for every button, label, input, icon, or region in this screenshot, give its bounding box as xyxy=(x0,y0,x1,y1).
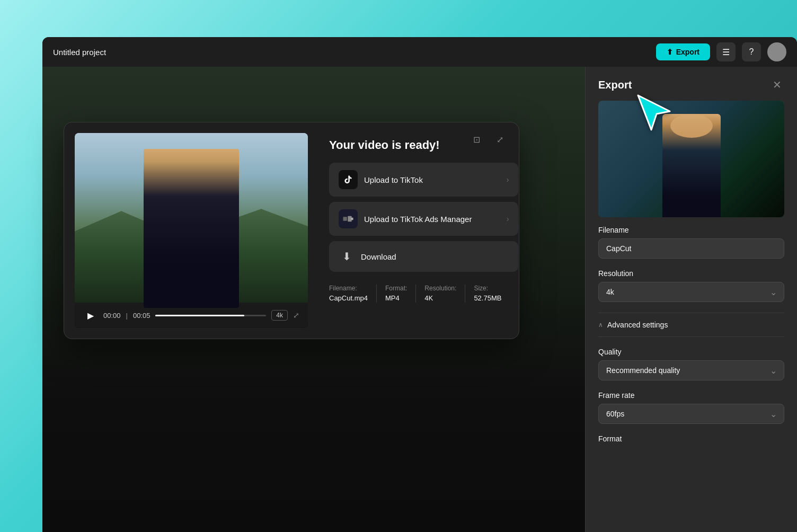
meta-filename: Filename: CapCut.mp4 xyxy=(329,285,377,303)
modal-fullscreen-button[interactable]: ⤢ xyxy=(491,131,508,148)
download-icon: ⬇ xyxy=(339,249,355,264)
export-panel-body: Filename Resolution 4k 1080p 720p ∧ Adva… xyxy=(586,226,797,443)
framerate-label: Frame rate xyxy=(598,391,784,400)
app-window: Untitled project ⬆ Export ☰ ? Export xyxy=(42,37,797,532)
quality-select[interactable]: Recommended quality High quality Balance… xyxy=(598,360,784,380)
time-separator: | xyxy=(126,312,128,320)
advanced-settings-label: Advanced settings xyxy=(607,321,668,329)
upload-ads-button[interactable]: Upload to TikTok Ads Manager › xyxy=(329,202,518,236)
fullscreen-icon: ⤢ xyxy=(497,135,503,145)
video-player[interactable]: ▶ 00:00 | 00:05 4k ⤢ xyxy=(75,133,308,328)
fullscreen-button[interactable]: ⤢ xyxy=(293,311,299,320)
resolution-select-wrapper: 4k 1080p 720p xyxy=(598,282,784,302)
thumbnail-head xyxy=(670,114,713,138)
quality-label: Quality xyxy=(598,348,784,356)
help-button[interactable]: ? xyxy=(742,42,761,61)
meta-size-label: Size: xyxy=(474,285,501,292)
modal-top-icons: ⊡ ⤢ xyxy=(468,131,508,148)
export-panel: Export ✕ Filename xyxy=(585,67,797,532)
framerate-field-group: Frame rate 60fps 30fps 24fps xyxy=(598,391,784,424)
modal-content: ▶ 00:00 | 00:05 4k ⤢ Your video is read xyxy=(75,133,508,328)
framerate-select[interactable]: 60fps 30fps 24fps xyxy=(598,404,784,424)
menu-icon: ☰ xyxy=(722,47,730,57)
thumbnail-container xyxy=(586,101,797,226)
export-upload-icon: ⬆ xyxy=(667,48,673,56)
meta-size: Size: 52.75MB xyxy=(474,285,510,303)
format-label: Format xyxy=(598,435,784,443)
quality-select-wrapper: Recommended quality High quality Balance… xyxy=(598,360,784,380)
resolution-label: Resolution xyxy=(598,269,784,278)
download-button[interactable]: ⬇ Download xyxy=(329,241,518,272)
upload-tiktok-label: Upload to TikTok xyxy=(364,175,423,184)
close-icon: ✕ xyxy=(773,78,782,91)
time-total: 00:05 xyxy=(133,312,150,320)
modal-feedback-button[interactable]: ⊡ xyxy=(468,131,485,148)
filename-field-group: Filename xyxy=(598,226,784,259)
video-meta: Filename: CapCut.mp4 Format: MP4 Resolut… xyxy=(329,278,518,303)
top-bar-right: ⬆ Export ☰ ? xyxy=(656,42,786,61)
filename-label: Filename xyxy=(598,226,784,234)
download-label: Download xyxy=(361,252,396,261)
meta-format-value: MP4 xyxy=(385,294,400,302)
resolution-select[interactable]: 4k 1080p 720p xyxy=(598,282,784,302)
tiktok-ads-icon xyxy=(339,209,358,228)
meta-resolution: Resolution: 4K xyxy=(424,285,465,303)
meta-size-value: 52.75MB xyxy=(474,294,501,302)
upload-ads-label: Upload to TikTok Ads Manager xyxy=(364,215,472,224)
help-icon: ? xyxy=(749,47,754,57)
upload-tiktok-button[interactable]: Upload to TikTok › xyxy=(329,163,518,197)
export-button[interactable]: ⬆ Export xyxy=(656,43,710,60)
fullscreen-expand-icon: ⤢ xyxy=(293,311,299,320)
meta-resolution-value: 4K xyxy=(424,294,433,302)
svg-rect-1 xyxy=(343,217,347,220)
video-person xyxy=(144,149,239,308)
export-panel-title: Export xyxy=(598,79,632,91)
export-panel-close-button[interactable]: ✕ xyxy=(769,77,784,92)
play-icon: ▶ xyxy=(87,311,94,321)
export-button-label: Export xyxy=(676,48,699,56)
progress-fill xyxy=(155,315,244,316)
framerate-select-wrapper: 60fps 30fps 24fps xyxy=(598,404,784,424)
tiktok-chevron-icon: › xyxy=(507,175,509,184)
video-preview xyxy=(75,133,308,303)
project-title: Untitled project xyxy=(53,48,106,57)
arrow-cursor-graphic xyxy=(633,90,675,135)
meta-filename-label: Filename: xyxy=(329,285,368,292)
svg-rect-3 xyxy=(351,218,353,220)
video-thumbnail xyxy=(598,101,784,217)
meta-format: Format: MP4 xyxy=(385,285,416,303)
tiktok-icon xyxy=(339,170,358,189)
resolution-field-group: Resolution 4k 1080p 720p xyxy=(598,269,784,302)
modal-right-side: Your video is ready! Upload to TikTok › xyxy=(329,133,518,303)
format-field-group: Format xyxy=(598,435,784,443)
meta-filename-value: CapCut.mp4 xyxy=(329,294,368,302)
export-panel-header: Export ✕ xyxy=(586,67,797,101)
time-current: 00:00 xyxy=(103,312,121,320)
avatar-button[interactable] xyxy=(767,42,786,61)
filename-input[interactable] xyxy=(598,238,784,259)
svg-marker-0 xyxy=(638,95,670,130)
thumbnail-bg xyxy=(598,101,784,217)
top-bar: Untitled project ⬆ Export ☰ ? xyxy=(42,37,797,67)
menu-button[interactable]: ☰ xyxy=(716,42,736,61)
advanced-settings-row[interactable]: ∧ Advanced settings xyxy=(598,313,784,337)
advanced-settings-chevron-icon: ∧ xyxy=(598,321,603,329)
success-modal: ⊡ ⤢ ▶ 00:00 | xyxy=(64,122,519,339)
meta-format-label: Format: xyxy=(385,285,407,292)
quality-field-group: Quality Recommended quality High quality… xyxy=(598,348,784,380)
ads-chevron-icon: › xyxy=(507,215,509,223)
progress-bar[interactable] xyxy=(155,315,266,316)
quality-badge-button[interactable]: 4k xyxy=(271,310,288,321)
play-button[interactable]: ▶ xyxy=(83,308,98,323)
meta-resolution-label: Resolution: xyxy=(424,285,456,292)
feedback-icon: ⊡ xyxy=(473,135,480,145)
